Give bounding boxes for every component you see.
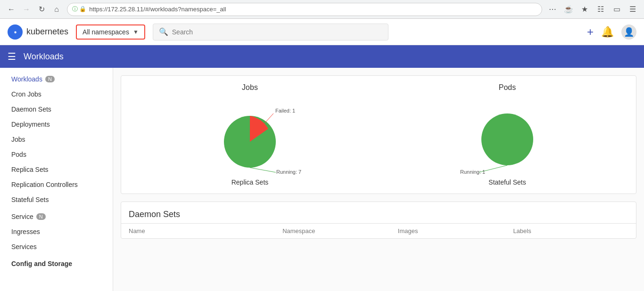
search-input[interactable] (172, 28, 382, 36)
jobs-chart-item: Jobs (198, 83, 302, 186)
daemon-sets-title: Daemon Sets (121, 202, 636, 223)
svg-point-7 (481, 113, 533, 165)
jobs-chart-container: Failed: 1 Running: 7 (198, 99, 302, 175)
kubernetes-logo: ⎈ (8, 24, 23, 40)
sidebar-item-cron-jobs[interactable]: Cron Jobs (0, 87, 113, 102)
config-label: Config and Storage (11, 260, 72, 267)
forward-button[interactable]: → (20, 3, 33, 16)
address-bar[interactable]: ⓘ 🔒 https://172.25.28.11/#/workloads?nam… (67, 3, 542, 16)
sidebar-section-config[interactable]: Config and Storage (0, 256, 113, 271)
jobs-pie-chart: Failed: 1 Running: 7 (198, 99, 302, 175)
pods-chart-subtitle: Stateful Sets (488, 178, 526, 186)
url-text: https://172.25.28.11/#/workloads?namespa… (89, 6, 226, 13)
sidebar-item-stateful-sets[interactable]: Stateful Sets (0, 192, 113, 207)
sidebar-item-jobs[interactable]: Jobs (0, 132, 113, 147)
app-header: ⎈ kubernetes All namespaces ▼ 🔍 + 🔔 👤 (0, 19, 644, 45)
back-button[interactable]: ← (5, 3, 18, 16)
daemon-sets-table-header: Name Namespace Images Labels (121, 223, 636, 238)
user-icon: 👤 (624, 27, 634, 37)
workloads-label: Workloads (11, 75, 42, 83)
bookmark-button[interactable]: ★ (578, 3, 591, 16)
col-labels: Labels (513, 227, 628, 234)
namespace-label: All namespaces (83, 28, 129, 36)
main-layout: Workloads N Cron Jobs Daemon Sets Deploy… (0, 68, 644, 291)
browser-nav-buttons: ← → ↻ ⌂ (5, 3, 63, 16)
top-nav: ☰ Workloads (0, 45, 644, 68)
search-icon: 🔍 (159, 27, 168, 36)
jobs-chart-title: Jobs (242, 83, 258, 92)
dropdown-arrow-icon: ▼ (133, 29, 139, 35)
service-label: Service (11, 213, 33, 220)
library-button[interactable]: ☷ (594, 3, 607, 16)
bell-icon: 🔔 (601, 26, 614, 38)
svg-line-4 (250, 168, 276, 172)
app-logo[interactable]: ⎈ kubernetes (8, 24, 68, 40)
workloads-badge: N (45, 76, 55, 82)
charts-card: Jobs (121, 75, 636, 194)
svg-line-3 (264, 113, 273, 124)
jobs-chart-subtitle: Replica Sets (231, 178, 269, 186)
search-bar[interactable]: 🔍 (153, 24, 388, 40)
col-name: Name (129, 227, 282, 234)
reload-button[interactable]: ↻ (35, 3, 48, 16)
sidebar-item-daemon-sets[interactable]: Daemon Sets (0, 102, 113, 117)
namespace-selector[interactable]: All namespaces ▼ (76, 24, 145, 40)
sidebar-item-replication-controllers[interactable]: Replication Controllers (0, 177, 113, 192)
security-icon: ⓘ 🔒 (72, 5, 86, 13)
hamburger-menu-button[interactable]: ☰ (8, 51, 16, 62)
menu-button[interactable]: ☰ (626, 3, 639, 16)
svg-text:Running: 7: Running: 7 (276, 169, 301, 175)
service-badge: N (36, 213, 46, 220)
pods-chart-item: Pods Running: 1 Stateful Sets (455, 83, 559, 186)
header-right: + 🔔 👤 (587, 24, 636, 40)
browser-chrome: ← → ↻ ⌂ ⓘ 🔒 https://172.25.28.11/#/workl… (0, 0, 644, 19)
sidebar-item-pods[interactable]: Pods (0, 147, 113, 162)
pocket-button[interactable]: ☕ (562, 3, 575, 16)
avatar[interactable]: 👤 (621, 24, 636, 40)
col-namespace: Namespace (282, 227, 398, 234)
home-button[interactable]: ⌂ (50, 3, 63, 16)
sidebar-item-ingresses[interactable]: Ingresses (0, 224, 113, 239)
sidebar: Workloads N Cron Jobs Daemon Sets Deploy… (0, 68, 113, 291)
app-logo-text: kubernetes (26, 27, 68, 37)
notifications-button[interactable]: 🔔 (601, 26, 614, 38)
pods-chart-container: Running: 1 (455, 99, 559, 175)
col-images: Images (398, 227, 513, 234)
sidebar-item-services[interactable]: Services (0, 239, 113, 254)
svg-text:Running: 1: Running: 1 (460, 169, 485, 175)
charts-row: Jobs (129, 83, 628, 186)
sidebar-section-workloads[interactable]: Workloads N (0, 72, 113, 87)
sidebar-toggle-button[interactable]: ▭ (610, 3, 623, 16)
daemon-sets-card: Daemon Sets Name Namespace Images Labels (121, 202, 636, 239)
sidebar-item-replica-sets[interactable]: Replica Sets (0, 162, 113, 177)
more-options-button[interactable]: ⋯ (546, 3, 559, 16)
pods-pie-chart: Running: 1 (455, 99, 559, 175)
sidebar-section-service[interactable]: Service N (0, 209, 113, 224)
svg-text:Failed: 1: Failed: 1 (275, 108, 295, 113)
sidebar-item-deployments[interactable]: Deployments (0, 117, 113, 132)
pods-chart-title: Pods (499, 83, 516, 92)
content-area: Jobs (113, 68, 644, 291)
nav-title: Workloads (24, 52, 64, 62)
browser-right-icons: ⋯ ☕ ★ ☷ ▭ ☰ (546, 3, 639, 16)
add-button[interactable]: + (587, 25, 594, 39)
